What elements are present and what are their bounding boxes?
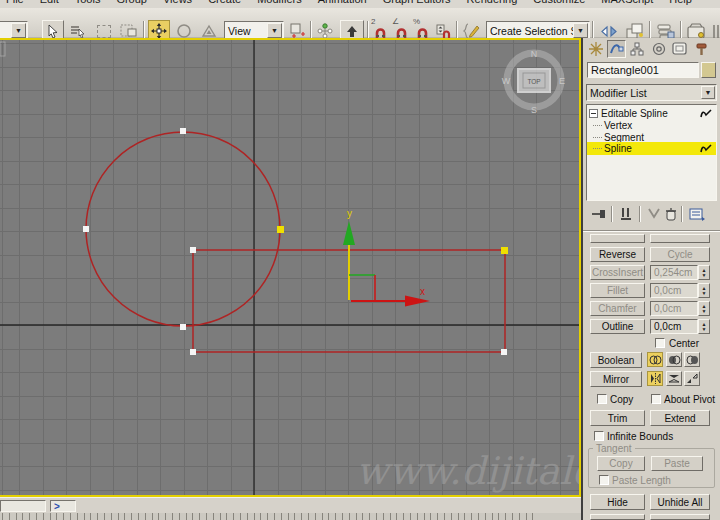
paste-length-checkbox[interactable]: [599, 475, 609, 485]
chevron-down-icon[interactable]: ▼: [573, 23, 588, 38]
compass-west[interactable]: W: [502, 76, 511, 86]
gizmo-y-arrowhead[interactable]: [343, 221, 355, 245]
outline-button[interactable]: Outline: [590, 319, 645, 334]
vertex-marker-selected[interactable]: [501, 247, 508, 254]
spinner-down-icon[interactable]: ▼: [702, 327, 707, 332]
infinite-bounds-checkbox[interactable]: [594, 431, 604, 441]
tab-modify[interactable]: [607, 40, 626, 58]
tangent-copy-button[interactable]: Copy: [597, 456, 645, 471]
center-checkbox[interactable]: [655, 338, 665, 348]
menu-rendering[interactable]: Rendering: [467, 0, 518, 5]
spinner-down-icon[interactable]: ▼: [702, 273, 707, 278]
about-pivot-checkbox[interactable]: [651, 394, 661, 404]
vertex-marker[interactable]: [501, 349, 507, 355]
viewcube-face-label[interactable]: TOP: [527, 78, 540, 85]
move-gizmo[interactable]: y x: [343, 208, 430, 307]
extend-button[interactable]: Extend: [650, 410, 710, 426]
compass-east[interactable]: E: [559, 76, 565, 86]
cutoff-button[interactable]: [590, 234, 645, 243]
menu-animation[interactable]: Animation: [318, 0, 367, 5]
spinner-down-icon[interactable]: ▼: [702, 291, 707, 296]
menu-views[interactable]: Views: [163, 0, 192, 5]
menu-tools[interactable]: Tools: [75, 0, 101, 5]
compass-south[interactable]: S: [531, 105, 537, 115]
crossinsert-value-field[interactable]: 0,254cm: [650, 265, 698, 280]
configure-modifier-sets-icon[interactable]: [689, 207, 705, 221]
hide-button[interactable]: Hide: [590, 494, 645, 510]
cutoff-button[interactable]: [650, 234, 710, 243]
fillet-value-field[interactable]: 0,0cm: [650, 283, 698, 298]
vertex-marker[interactable]: [83, 226, 89, 232]
boolean-subtract-icon[interactable]: [666, 352, 682, 367]
viewcube[interactable]: N E S W TOP: [502, 49, 565, 115]
unhide-all-button[interactable]: Unhide All: [650, 494, 710, 510]
top-viewport[interactable]: www.dijitaldev y x: [0, 38, 581, 497]
outline-value-field[interactable]: 0,0cm: [650, 319, 698, 334]
stack-row-vertex[interactable]: Vertex: [587, 119, 716, 131]
chamfer-spinner[interactable]: ▲▼: [698, 301, 710, 316]
boolean-button[interactable]: Boolean: [590, 352, 642, 368]
fillet-button[interactable]: Fillet: [590, 283, 645, 298]
vertex-marker[interactable]: [190, 247, 196, 253]
mirror-horizontal-icon[interactable]: [647, 371, 663, 386]
vertex-marker[interactable]: [190, 349, 196, 355]
cutoff-button[interactable]: [590, 514, 645, 520]
reverse-button[interactable]: Reverse: [590, 247, 645, 262]
menu-customize[interactable]: Customize: [533, 0, 585, 5]
crossinsert-button[interactable]: CrossInsert: [590, 265, 645, 280]
compass-north[interactable]: N: [531, 49, 538, 59]
tab-display[interactable]: [670, 40, 689, 58]
collapse-expander-icon[interactable]: [589, 109, 598, 118]
gizmo-x-arrowhead[interactable]: [405, 296, 430, 307]
crossinsert-spinner[interactable]: ▲▼: [698, 265, 710, 280]
track-bar[interactable]: [0, 513, 581, 520]
chevron-down-icon[interactable]: ▼: [11, 23, 26, 38]
remove-modifier-icon[interactable]: [665, 207, 677, 221]
menu-maxscript[interactable]: MAXScript: [601, 0, 653, 5]
menu-edit[interactable]: Edit: [40, 0, 59, 5]
menu-group[interactable]: Group: [116, 0, 147, 5]
tangent-paste-button[interactable]: Paste: [651, 456, 703, 471]
tab-hierarchy[interactable]: [627, 40, 646, 58]
crossinsert-label: CrossInsert: [592, 267, 643, 278]
show-end-result-icon[interactable]: [619, 207, 633, 221]
boolean-union-icon[interactable]: [647, 352, 663, 367]
cycle-button[interactable]: Cycle: [650, 247, 710, 262]
boolean-intersect-icon[interactable]: [684, 352, 700, 367]
vertex-marker[interactable]: [180, 324, 186, 330]
menu-modifiers[interactable]: Modifiers: [257, 0, 302, 5]
chevron-down-icon[interactable]: ▼: [267, 23, 282, 38]
chevron-down-icon[interactable]: ▼: [701, 86, 715, 99]
circle-spline[interactable]: [86, 132, 280, 326]
menu-graph-editors[interactable]: Graph Editors: [383, 0, 451, 5]
copy-checkbox[interactable]: [597, 394, 607, 404]
chamfer-button[interactable]: Chamfer: [590, 301, 645, 316]
tab-create[interactable]: [586, 40, 605, 58]
outline-spinner[interactable]: ▲▼: [698, 319, 710, 334]
tab-motion[interactable]: [649, 40, 668, 58]
vertex-marker-selected[interactable]: [277, 226, 284, 233]
maxscript-prompt[interactable]: >: [50, 500, 76, 512]
tab-utilities[interactable]: [692, 40, 711, 58]
mirror-button-panel[interactable]: Mirror: [590, 371, 642, 387]
menu-file[interactable]: File: [6, 0, 24, 5]
menu-help[interactable]: Help: [669, 0, 692, 5]
pin-stack-icon[interactable]: [591, 208, 606, 220]
fillet-spinner[interactable]: ▲▼: [698, 283, 710, 298]
maxscript-mini-listener[interactable]: [0, 500, 46, 512]
vertex-marker[interactable]: [180, 128, 186, 134]
trim-button[interactable]: Trim: [590, 410, 645, 426]
cutoff-button[interactable]: [650, 514, 710, 520]
chamfer-value-field[interactable]: 0,0cm: [650, 301, 698, 316]
stack-row-editable-spline[interactable]: Editable Spline: [587, 107, 716, 119]
object-name-field[interactable]: Rectangle001: [587, 62, 699, 78]
object-color-swatch[interactable]: [701, 62, 716, 78]
mirror-both-icon[interactable]: [684, 371, 700, 386]
mirror-vertical-icon[interactable]: [666, 371, 682, 386]
make-unique-icon[interactable]: [647, 208, 661, 219]
spinner-down-icon[interactable]: ▼: [702, 309, 707, 314]
stack-row-spline-selected[interactable]: Spline: [587, 142, 716, 155]
menu-create[interactable]: Create: [208, 0, 241, 5]
modifier-list-dropdown[interactable]: Modifier List ▼: [586, 84, 717, 101]
viewport-label-fragment[interactable]: [0, 42, 5, 56]
